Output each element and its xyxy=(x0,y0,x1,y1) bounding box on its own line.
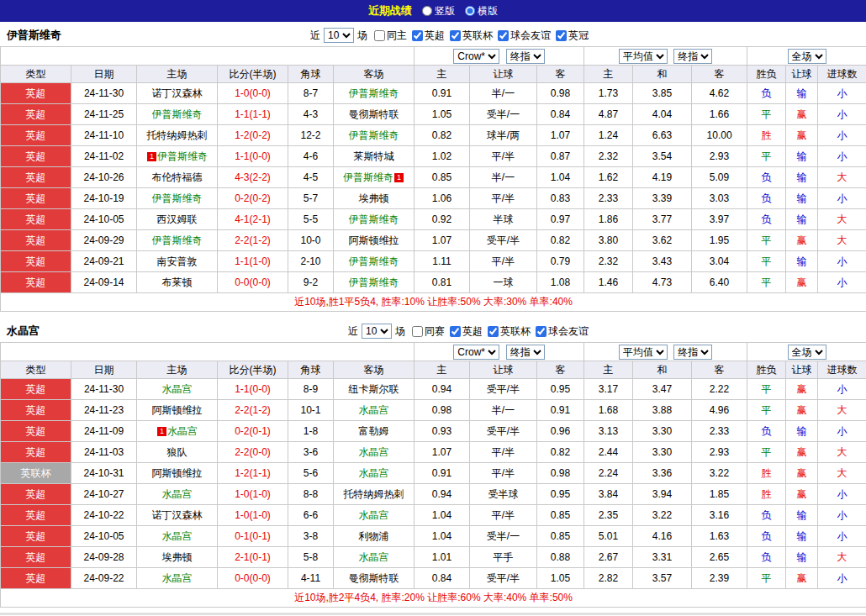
scope-select[interactable]: 全场 xyxy=(788,345,826,360)
result: 负 xyxy=(747,209,786,230)
handicap-result: 赢 xyxy=(786,400,818,421)
filter-checkbox-球会友谊[interactable]: 球会友谊 xyxy=(494,29,551,43)
away-team: 莱斯特城 xyxy=(334,146,415,167)
checkbox-input[interactable] xyxy=(450,30,461,41)
euro-home-odds: 2.33 xyxy=(584,188,633,209)
goals-result: 小 xyxy=(818,272,866,293)
column-header: 客 xyxy=(537,66,584,83)
filter-checkbox-英超[interactable]: 英超 xyxy=(446,324,483,339)
filter-checkbox-英冠[interactable]: 英冠 xyxy=(552,29,589,43)
scope-select[interactable]: 全场 xyxy=(788,49,826,64)
filter-checkbox-同主[interactable]: 同主 xyxy=(371,29,407,43)
checkbox-input[interactable] xyxy=(412,326,423,337)
filter-checkbox-英联杯[interactable]: 英联杯 xyxy=(446,29,493,43)
corners: 4-11 xyxy=(288,568,334,589)
checkbox-input[interactable] xyxy=(536,326,547,337)
match-count-select[interactable]: 10 xyxy=(362,324,392,339)
euro-draw-odds: 3.30 xyxy=(633,442,692,463)
filter-checkbox-同赛[interactable]: 同赛 xyxy=(409,324,445,339)
layout-radio-horizontal[interactable]: 横版 xyxy=(465,4,498,18)
asia-handicap: 受平/半 xyxy=(470,568,537,589)
bookmaker-select[interactable]: Crow* xyxy=(453,49,499,64)
column-header: 类型 xyxy=(1,361,71,379)
checkbox-input[interactable] xyxy=(498,30,509,41)
team-label: 水晶宫 xyxy=(162,572,193,584)
away-team: 曼彻斯特联 xyxy=(334,104,415,125)
asia-handicap: 平/半 xyxy=(470,251,537,272)
filter-checkbox-英联杯[interactable]: 英联杯 xyxy=(484,324,531,339)
home-team: 西汉姆联 xyxy=(137,209,218,230)
column-header: 胜负 xyxy=(747,361,786,379)
home-team: 诺丁汉森林 xyxy=(137,505,218,526)
asia-time-select[interactable]: 终指 xyxy=(506,345,545,360)
asia-handicap: 受半/一 xyxy=(470,526,537,547)
match-row: 英超24-11-30水晶宫1-1(0-0)8-9纽卡斯尔联0.94受平/半0.9… xyxy=(1,379,866,400)
bookmaker-select[interactable]: Crow* xyxy=(453,345,499,360)
checkbox-input[interactable] xyxy=(374,30,385,41)
match-row: 英超24-11-25伊普斯维奇1-1(1-1)4-3曼彻斯特联1.05受半/一0… xyxy=(1,104,866,125)
column-header: 类型 xyxy=(1,66,71,83)
summary-text: 近10场,胜1平5负4, 胜率:10% 让胜率:50% 大率:30% 单率:40… xyxy=(1,293,866,312)
checkbox-label: 英联杯 xyxy=(462,29,493,43)
layout-radio-vertical[interactable]: 竖版 xyxy=(422,4,455,18)
euro-type-select[interactable]: 平均值 xyxy=(619,49,668,64)
asia-away-odds: 0.98 xyxy=(537,83,584,104)
goals-result: 大 xyxy=(818,463,866,484)
asia-handicap: 受半球 xyxy=(470,484,537,505)
filter-checkbox-球会友谊[interactable]: 球会友谊 xyxy=(532,324,589,339)
team-section-crystal-palace: 水晶宫 近 10 场 同赛英超英联杯球会友谊 Crow* 终指 xyxy=(0,320,866,608)
asia-away-odds: 0.83 xyxy=(537,188,584,209)
match-date: 24-09-29 xyxy=(71,230,137,251)
match-row: 英超24-11-30诺丁汉森林1-0(0-0)8-7伊普斯维奇0.91半/一0.… xyxy=(1,83,866,104)
column-header: 比分(半场) xyxy=(218,66,288,83)
radio-vertical-input[interactable] xyxy=(422,6,432,16)
asia-home-odds: 0.91 xyxy=(415,83,470,104)
handicap-result: 输 xyxy=(786,547,818,568)
checkbox-label: 英超 xyxy=(425,29,445,43)
handicap-result: 输 xyxy=(786,421,818,442)
match-count-select[interactable]: 10 xyxy=(324,28,354,43)
euro-time-select[interactable]: 终指 xyxy=(673,345,712,360)
league-type: 英超 xyxy=(1,209,71,230)
checkbox-input[interactable] xyxy=(556,30,567,41)
column-header: 主场 xyxy=(137,66,218,83)
asia-away-odds: 0.95 xyxy=(537,379,584,400)
asia-away-odds: 0.96 xyxy=(537,421,584,442)
home-team: 诺丁汉森林 xyxy=(137,83,218,104)
euro-home-odds: 2.32 xyxy=(584,251,633,272)
match-date: 24-10-05 xyxy=(71,209,137,230)
asia-handicap: 一球 xyxy=(470,272,537,293)
home-team: 狼队 xyxy=(137,442,218,463)
handicap-result: 输 xyxy=(786,167,818,188)
filter-checkbox-英超[interactable]: 英超 xyxy=(409,29,445,43)
euro-type-select[interactable]: 平均值 xyxy=(619,345,668,360)
corners: 12-2 xyxy=(288,125,334,146)
team-section-ipswich: 伊普斯维奇 近 10 场 同主英超英联杯球会友谊英冠 Crow* 终指 xyxy=(0,24,866,312)
away-team: 水晶宫 xyxy=(334,463,415,484)
euro-draw-odds: 4.16 xyxy=(633,526,692,547)
match-date: 24-11-25 xyxy=(71,104,137,125)
asia-away-odds: 0.85 xyxy=(537,526,584,547)
league-type: 英超 xyxy=(1,568,71,589)
home-team: 阿斯顿维拉 xyxy=(137,463,218,484)
checkbox-input[interactable] xyxy=(412,30,423,41)
asia-time-select[interactable]: 终指 xyxy=(506,49,545,64)
match-date: 24-11-30 xyxy=(71,379,137,400)
goals-result: 小 xyxy=(818,188,866,209)
match-row: 英超24-11-10托特纳姆热刺1-2(0-2)12-2伊普斯维奇0.82球半/… xyxy=(1,125,866,146)
asia-home-odds: 1.04 xyxy=(415,526,470,547)
euro-draw-odds: 3.31 xyxy=(633,547,692,568)
league-type: 英超 xyxy=(1,104,71,125)
team-label: 伊普斯维奇 xyxy=(349,255,399,267)
euro-draw-odds: 3.94 xyxy=(633,484,692,505)
euro-draw-odds: 3.36 xyxy=(633,463,692,484)
checkbox-input[interactable] xyxy=(450,326,461,337)
match-date: 24-11-09 xyxy=(71,421,137,442)
asia-away-odds: 0.88 xyxy=(537,547,584,568)
asia-handicap: 受平/半 xyxy=(470,379,537,400)
euro-time-select[interactable]: 终指 xyxy=(673,49,712,64)
scope-controls: 全场 xyxy=(747,343,866,361)
checkbox-input[interactable] xyxy=(488,326,499,337)
euro-away-odds: 6.40 xyxy=(692,272,747,293)
radio-horizontal-input[interactable] xyxy=(465,6,475,16)
